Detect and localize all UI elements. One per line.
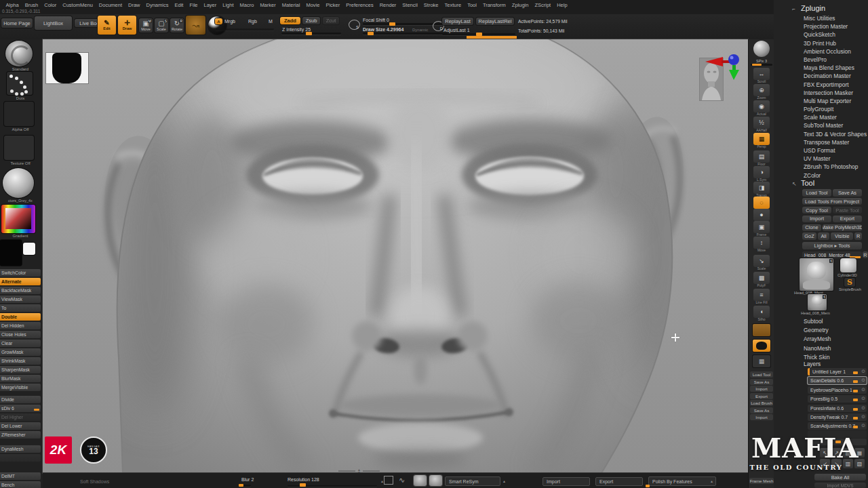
shelf-zoom-button[interactable]: ⊕ [753,84,770,96]
material-thumbnail[interactable] [3,168,34,198]
smart-resym-button[interactable]: Smart ReSym [445,476,500,486]
tool-copy-tool-button[interactable]: Copy Tool [802,207,831,214]
tool-save-as-button[interactable]: Save As [833,189,862,197]
layer-row-eyebrowsplaceho-1[interactable]: EyebrowsPlaceho 1⊙ [808,386,867,394]
canvas-alpha-preview[interactable] [46,53,88,83]
menu-item-zplugin[interactable]: Zplugin [509,2,532,8]
mesh-preview-icon-2[interactable] [429,475,442,486]
left-button-del-higher[interactable]: Del Higher [0,413,41,421]
tool-all-button[interactable]: All [818,232,829,240]
left-button-clear[interactable]: Clear [0,340,41,347]
left-button-mergevisible[interactable]: MergeVisible [0,384,41,391]
dynamic-label[interactable]: Dynamic [412,28,428,32]
layer-slider-handle[interactable] [853,408,858,411]
left-button-alternate[interactable]: Alternate [0,278,41,285]
zplugin-item-usd-format[interactable]: USD Format [804,148,868,154]
strip-grid-button[interactable]: ▦ [753,355,770,367]
menu-item-file[interactable]: File [186,2,201,8]
zplugin-item-intersection-masker[interactable]: Intersection Masker [804,90,868,96]
layer-eye-icon[interactable]: ⊙ [861,405,865,411]
layer-slider-handle[interactable] [853,426,858,428]
layer-eye-icon[interactable]: ⊙ [861,369,865,374]
layer-row-densitytweak-0-7[interactable]: DensityTweak 0.7⊙ [808,413,867,421]
shelf-ghost-button[interactable]: ◌ [753,197,770,209]
main-color-swatch[interactable] [0,240,22,266]
mesh-preview-icon-1[interactable] [414,475,427,486]
zplugin-item-multi-map-exporter[interactable]: Multi Map Exporter [804,98,868,104]
pen-s-icon[interactable]: S [349,20,360,30]
layer-eye-icon[interactable]: ⊙ [861,414,865,420]
shelf-l-sym-button[interactable]: ◑ [753,166,770,178]
zplugin-item-zcolor[interactable]: ZColor [804,173,868,179]
menu-item-preferences[interactable]: Preferences [343,2,376,8]
brush-thumbnail[interactable] [5,41,33,66]
shelf-text-export[interactable]: Export [750,393,773,399]
zplugin-item-uv-master[interactable]: UV Master [804,156,868,162]
layer-slider-handle[interactable] [853,399,858,401]
menu-item-stencil[interactable]: Stencil [399,2,421,8]
zplugin-item-transpose-master[interactable]: Transpose Master [804,140,868,146]
alpha-thumbnail[interactable] [4,102,34,126]
shelf-floor-button[interactable]: ▤ [753,150,770,163]
zplugin-item-text-3d-vector-shapes[interactable]: Text 3D & Vector Shapes [804,131,868,138]
zplugin-item-3d-print-hub[interactable]: 3D Print Hub [804,41,868,47]
left-button-delmt[interactable]: DelMT [0,472,41,480]
shelf-text-save-as[interactable]: Save As [750,379,773,385]
menu-item-draw[interactable]: Draw [125,2,144,8]
tool-load-tool-button[interactable]: Load Tool [802,189,831,197]
layer-eye-icon[interactable]: ⊙ [861,423,865,428]
left-button-growmask[interactable]: GrowMask [0,348,41,356]
tool-thumbnail-secondary[interactable]: 6 [808,294,827,310]
focal-shift-handle[interactable] [389,22,395,26]
shelf-text-import[interactable]: Import [750,386,773,392]
section-subtool[interactable]: Subtool [804,319,868,325]
tool-import-button[interactable]: Import [802,216,831,223]
tool-name-r-button[interactable]: R [863,251,868,258]
menu-item-transform[interactable]: Transform [479,2,509,8]
zplugin-item-zbrush-to-photoshop[interactable]: ZBrush To Photoshop [804,164,868,170]
tool-clone-button[interactable]: Clone [802,224,821,232]
shelf-move-button[interactable]: ↕ [753,237,770,249]
menu-item-marker[interactable]: Marker [257,2,279,8]
left-button-switchcolor[interactable]: SwitchColor [0,269,41,277]
menu-item-help[interactable]: Help [554,2,570,8]
polish-handle[interactable] [646,485,650,487]
layer-slider-handle[interactable] [853,417,858,420]
left-button-divide[interactable]: Divide [0,396,41,403]
zplugin-item-subtool-master[interactable]: SubTool Master [804,123,868,129]
viewport-canvas[interactable]: ▲▼ 2K HANGAR 13 [43,39,748,473]
left-button-blurmask[interactable]: BlurMask [0,375,41,382]
shelf-persp-button[interactable]: ▦ [753,133,770,145]
polish-by-features-button[interactable]: Polish By Features [648,476,716,486]
menu-item-light[interactable]: Light [220,2,237,8]
menu-item-movie[interactable]: Movie [303,2,323,8]
tool-expand-icon[interactable]: ↖ [792,181,797,187]
layer-slider-handle[interactable] [853,390,858,392]
section-thick-skin[interactable]: Thick Skin [804,354,868,361]
replay-last-rel-button[interactable]: ReplayLastRel [476,18,514,25]
mrgb-button[interactable]: Mrgb [224,19,235,24]
secondary-color-swatch[interactable] [23,243,35,255]
left-button-del-lower[interactable]: Del Lower [0,422,41,430]
lightbox-tools-button[interactable]: Lightbox ▸ Tools [802,242,862,249]
stroke-thumbnail[interactable] [7,72,33,95]
soft-shadows-label[interactable]: Soft Shadows [80,479,109,484]
menu-item-edit[interactable]: Edit [172,2,186,8]
zplugin-item-decimation-master[interactable]: Decimation Master [804,73,868,79]
orientation-gizmo[interactable] [704,52,745,83]
shelf-text-load-tool[interactable]: Load Tool [750,371,773,378]
left-button-sdiv-6[interactable]: sDiv 6 [0,405,41,412]
home-page-button[interactable]: Home Page [1,18,33,28]
m-button[interactable]: M [269,19,273,24]
edit-button[interactable]: ✎ Edit [98,16,116,35]
import-partial-button[interactable]: Import MDVS [814,483,866,488]
export-button[interactable]: Export [595,477,643,486]
z-intensity-handle[interactable] [306,32,312,35]
strip-texture-button[interactable] [753,324,770,336]
layer-row-scandetails-0-6[interactable]: ScanDetails 0.6⊙ [808,377,867,384]
zplugin-expand-icon[interactable]: ⌐ [792,6,795,12]
menu-item-stroke[interactable]: Stroke [420,2,441,8]
menu-item-alpha[interactable]: Alpha [3,2,22,8]
scale-button[interactable]: S ▢ Scale [155,18,168,33]
blur-handle[interactable] [239,484,243,487]
